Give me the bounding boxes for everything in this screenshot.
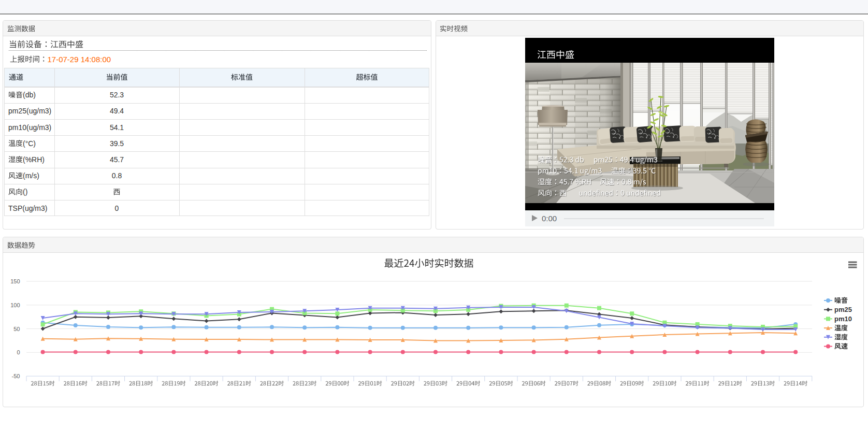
svg-text:pm10(ug/m3): pm10(ug/m3) xyxy=(8,123,51,132)
svg-text:0: 0 xyxy=(115,204,119,212)
svg-text:pm10: pm10 xyxy=(834,315,852,323)
svg-text:pm25: pm25 xyxy=(834,306,852,313)
svg-text:(m/s): (m/s) xyxy=(23,171,39,180)
svg-text:(°C): (°C) xyxy=(23,139,36,148)
svg-text:50: 50 xyxy=(13,326,20,332)
svg-text:17-07-29 14:08:00: 17-07-29 14:08:00 xyxy=(48,55,111,64)
svg-text:100: 100 xyxy=(10,302,20,308)
svg-text:(db): (db) xyxy=(23,91,36,99)
svg-text:45.7: 45.7 xyxy=(110,155,124,164)
svg-text:54.1: 54.1 xyxy=(110,123,124,132)
svg-text:39.5: 39.5 xyxy=(110,139,124,148)
svg-text:-50: -50 xyxy=(12,373,20,379)
svg-text:52.3: 52.3 xyxy=(110,91,124,99)
svg-text:(%RH): (%RH) xyxy=(23,155,45,164)
svg-text:0.8: 0.8 xyxy=(112,171,122,180)
svg-text:TSP(ug/m3): TSP(ug/m3) xyxy=(8,204,47,212)
svg-text:150: 150 xyxy=(10,278,20,284)
svg-text:49.4: 49.4 xyxy=(110,107,124,115)
svg-text:(): () xyxy=(23,188,27,196)
svg-text:pm25(ug/m3): pm25(ug/m3) xyxy=(8,107,51,115)
svg-text:0:00: 0:00 xyxy=(542,214,557,223)
svg-text:0: 0 xyxy=(17,349,20,355)
